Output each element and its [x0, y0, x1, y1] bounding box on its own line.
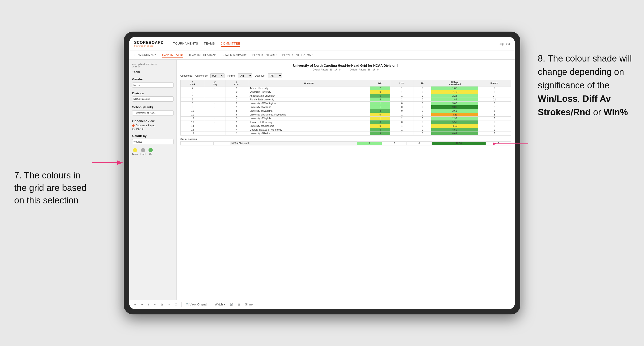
region-label: Region [227, 74, 235, 77]
team-section: Team [132, 70, 174, 74]
annotation-right-text1: 8. The colour shade will change dependin… [538, 53, 632, 90]
table-row: 9 - 1 University of Arizona 1 0 0 9.00 2 [180, 105, 511, 109]
annotation-left-text: 7. The colours in the grid are based on … [14, 171, 86, 205]
col-reg: #Reg [205, 80, 225, 86]
logo-area: SCOREBOARD Powered by clippd [134, 40, 164, 47]
col-rank: #Rank [180, 80, 205, 86]
more-button[interactable]: ··· [167, 302, 171, 307]
share-button[interactable]: Share [244, 302, 254, 307]
view-original-button[interactable]: 📋 View: Original [184, 302, 208, 307]
school-section: School (Rank) 1. University of Nort... [132, 105, 174, 116]
conference-filter[interactable]: (All) [210, 73, 224, 78]
table-row: 3 - 2 Vanderbilt University 0 4 0 -2.29 … [180, 90, 511, 94]
colour-by-select[interactable]: Win/loss [132, 139, 174, 144]
legend-level: Level [140, 148, 146, 155]
redo-button[interactable]: ↪ [140, 302, 144, 307]
table-row: 13 - 1 Texas Tech University 3 0 0 5.56 … [180, 120, 511, 124]
colour-by-label: Colour by [132, 134, 174, 138]
nav-committee[interactable]: COMMITTEE [221, 41, 240, 47]
left-panel: Last Updated: 27/03/2024 16:55:38 Team G… [129, 60, 176, 300]
school-label: School (Rank) [132, 105, 174, 109]
radio-dot-top100 [132, 128, 134, 130]
table-row: 4 - 1 Arizona State University 5 1 0 2.2… [180, 94, 511, 98]
logo-title: SCOREBOARD [134, 40, 164, 45]
col-rounds: Rounds [478, 80, 510, 86]
grid-subtitle: Overall Record: 89 - 17 - 0 Division Rec… [180, 68, 511, 71]
layout-button[interactable]: ⊞ [237, 302, 241, 307]
clock-button[interactable]: ⏱ [174, 302, 178, 307]
arrow-left-svg [91, 156, 124, 170]
legend-level-circle [141, 148, 145, 152]
watch-button[interactable]: Watch ▾ [214, 302, 226, 307]
opponent-filter[interactable]: (All) [268, 73, 282, 78]
tab-player-h2h-grid[interactable]: PLAYER H2H GRID [252, 53, 277, 57]
table-row: 6 - 2 Florida State University 4 2 0 1.8… [180, 98, 511, 102]
radio-opponents-played[interactable]: Opponents Played [132, 124, 174, 127]
colour-by-section: Colour by Win/loss [132, 134, 174, 144]
gender-select[interactable]: Men's [132, 82, 174, 88]
team-label: Team [132, 70, 174, 74]
tab-player-h2h-heatmap[interactable]: PLAYER H2H HEATMAP [282, 53, 312, 57]
table-row: 12 - 3 University of Virginia 1 2 0 2.33… [180, 117, 511, 120]
tab-team-h2h-grid[interactable]: TEAM H2H GRID [162, 52, 183, 57]
out-division-tie: 0 [407, 142, 432, 146]
table-row: 10 - 5 University of Alabama 3 0 0 2.61 … [180, 109, 511, 113]
copy-button[interactable]: ⧉ [160, 302, 164, 307]
out-of-division-table: NCAA Division II 1 0 0 26.00 3 [180, 141, 511, 146]
table-row: 16 - 2 University of Florida 3 1 0 6.62 … [180, 132, 511, 136]
region-filter[interactable]: (All) [238, 73, 252, 78]
out-division-loss: 0 [382, 142, 406, 146]
grid-title: University of North Carolina Head-to-Hea… [180, 64, 511, 67]
nav-teams[interactable]: TEAMS [204, 41, 215, 47]
opponent-view-label: Opponent View [132, 119, 174, 123]
nav-tournaments[interactable]: TOURNAMENTS [173, 41, 198, 47]
out-of-division-label: Out of division [180, 138, 511, 141]
navbar: SCOREBOARD Powered by clippd TOURNAMENTS… [129, 37, 515, 50]
sub-tabs: TEAM SUMMARY TEAM H2H GRID TEAM H2H HEAT… [129, 50, 515, 60]
division-record: Division Record: 88 - 17 - 0 [350, 68, 378, 71]
h2h-table: #Rank #Reg #Conf Opponent Win Loss Tie D… [180, 80, 511, 136]
legend-down-circle [133, 148, 137, 152]
division-select[interactable]: NCAA Division I [132, 96, 174, 102]
legend-up-circle [148, 148, 153, 152]
arrow-right-svg [493, 137, 531, 151]
cut-button[interactable]: ✂ [153, 302, 157, 307]
legend-down: Down [132, 148, 138, 155]
table-row: 2 - 1 Auburn University 2 1 0 1.67 9 [180, 86, 511, 90]
tab-player-summary[interactable]: PLAYER SUMMARY [222, 53, 247, 57]
col-opponent: Opponent [248, 80, 370, 86]
tab-team-summary[interactable]: TEAM SUMMARY [134, 53, 156, 57]
bottom-toolbar: ↩ ↪ ⟩ ✂ ⧉ ··· ⏱ 📋 View: Original Watch ▾… [129, 300, 515, 309]
col-win: Win [370, 80, 390, 86]
undo-button[interactable]: ↩ [133, 302, 137, 307]
table-row: 8 - 2 University of Washington 1 0 0 3.6… [180, 102, 511, 105]
annotation-right: 8. The colour shade will change dependin… [538, 52, 637, 119]
main-content: Last Updated: 27/03/2024 16:55:38 Team G… [129, 60, 515, 300]
logo-sub: Powered by clippd [134, 45, 164, 47]
grid-area: University of North Carolina Head-to-Hea… [176, 60, 515, 300]
radio-dot-played [132, 125, 134, 127]
overall-record: Overall Record: 89 - 17 - 0 [313, 68, 341, 71]
division-section: Division NCAA Division I [132, 91, 174, 102]
out-division-name: NCAA Division II [230, 142, 357, 146]
tab-team-h2h-heatmap[interactable]: TEAM H2H HEATMAP [188, 53, 216, 57]
forward-button[interactable]: ⟩ [147, 302, 150, 307]
opponent-view-section: Opponent View Opponents Played Top 100 [132, 119, 174, 130]
sign-out-button[interactable]: Sign out [500, 42, 510, 45]
legend-row: Down Level Up [132, 148, 174, 155]
radio-top100[interactable]: Top 100 [132, 128, 174, 130]
col-tie: Tie [414, 80, 431, 86]
tablet-screen: SCOREBOARD Powered by clippd TOURNAMENTS… [129, 37, 515, 309]
table-row: 14 - 5 University of Oklahoma 0 1 0 -1.0… [180, 124, 511, 128]
table-row: 15 - 4 Georgia Institute of Technology 5… [180, 128, 511, 132]
school-select[interactable]: 1. University of Nort... [132, 110, 174, 116]
annotation-bold3: Win% [604, 107, 628, 117]
out-division-diff: 26.00 [432, 142, 486, 146]
toolbar-divider2 [211, 302, 211, 307]
comments-button[interactable]: 💬 [229, 302, 234, 307]
nav-items: TOURNAMENTS TEAMS COMMITTEE [173, 41, 492, 47]
tablet-frame: SCOREBOARD Powered by clippd TOURNAMENTS… [124, 32, 520, 314]
opponent-view-options: Opponents Played Top 100 [132, 124, 174, 130]
conference-label: Conference [196, 74, 208, 77]
opponents-label: Opponents: [180, 74, 193, 77]
